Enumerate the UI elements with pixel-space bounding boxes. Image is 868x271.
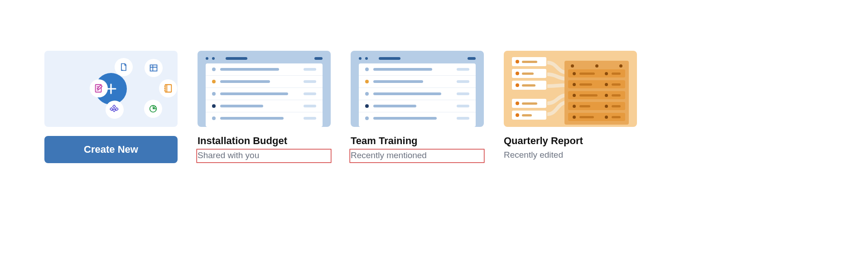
modules-icon — [106, 101, 124, 119]
create-new-illustration — [44, 51, 178, 127]
doc-card-team-training[interactable]: Team Training Recently mentioned — [351, 51, 484, 163]
doc-title: Team Training — [351, 135, 484, 147]
doc-card-installation-budget[interactable]: Installation Budget Shared with you — [198, 51, 331, 163]
notebook-icon — [159, 79, 177, 97]
dashboard-cards-row: Create New Install — [44, 51, 637, 163]
table-icon — [145, 59, 163, 77]
doc-subtitle: Shared with you — [197, 150, 331, 162]
create-new-button[interactable]: Create New — [44, 136, 178, 163]
doc-subtitle: Recently mentioned — [350, 150, 484, 162]
form-icon — [90, 79, 108, 97]
doc-title: Installation Budget — [198, 135, 331, 147]
doc-thumbnail — [504, 51, 637, 127]
svg-rect-2 — [165, 85, 172, 92]
document-icon — [115, 58, 133, 76]
doc-thumbnail — [198, 51, 331, 127]
pie-chart-icon — [144, 100, 162, 118]
svg-rect-0 — [150, 65, 157, 71]
doc-title: Quarterly Report — [504, 135, 637, 147]
create-new-card[interactable]: Create New — [44, 51, 178, 163]
doc-thumbnail — [351, 51, 484, 127]
doc-subtitle: Recently edited — [504, 150, 637, 160]
doc-card-quarterly-report[interactable]: Quarterly Report Recently edited — [504, 51, 637, 163]
